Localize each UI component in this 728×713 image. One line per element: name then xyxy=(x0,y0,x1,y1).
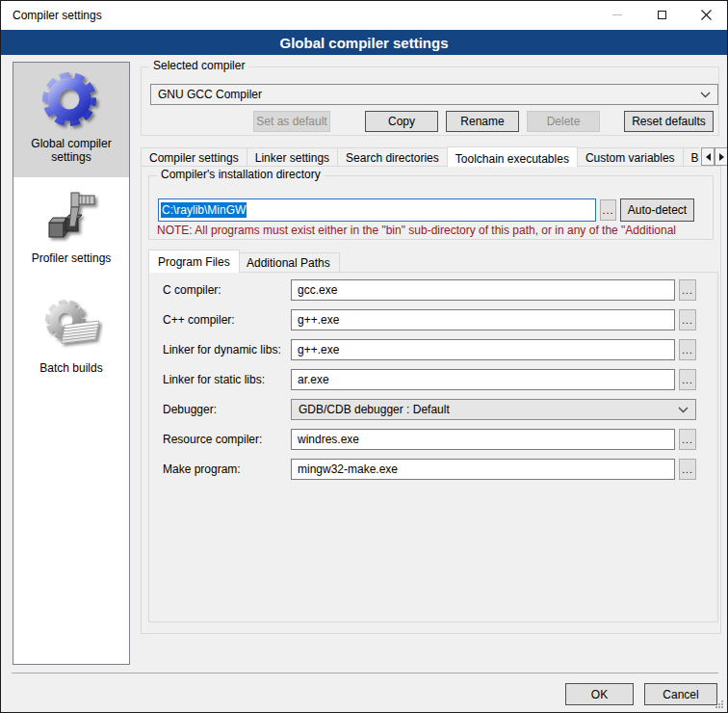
cancel-button[interactable]: Cancel xyxy=(644,683,717,705)
delete-button[interactable]: Delete xyxy=(527,111,600,132)
ellipsis-icon: ... xyxy=(602,204,613,216)
c-compiler-label: C compiler: xyxy=(163,279,291,301)
selected-compiler-group-label: Selected compiler xyxy=(149,59,248,73)
tab-custom-variables[interactable]: Custom variables xyxy=(577,147,684,167)
tab-label: Search directories xyxy=(346,151,439,165)
copy-label: Copy xyxy=(388,115,415,128)
reset-defaults-label: Reset defaults xyxy=(632,115,706,128)
resource-compiler-browse-button[interactable]: ... xyxy=(679,429,696,450)
close-button[interactable] xyxy=(684,1,728,29)
c-compiler-browse-button[interactable]: ... xyxy=(679,279,696,301)
browse-directory-button[interactable]: ... xyxy=(600,199,616,221)
static-linker-label: Linker for static libs: xyxy=(163,369,291,390)
c-compiler-input[interactable] xyxy=(292,280,674,300)
cpp-compiler-input[interactable] xyxy=(292,310,674,330)
program-files-panel: C compiler: ... C++ compiler: ... Linker… xyxy=(148,272,718,622)
compiler-settings-window: Compiler settings Global compiler settin… xyxy=(0,0,728,713)
resize-grip[interactable] xyxy=(715,700,724,709)
ellipsis-icon: ... xyxy=(682,345,692,356)
installation-directory-input[interactable]: C:\raylib\MinGW xyxy=(158,198,596,222)
debugger-dropdown[interactable]: GDB/CDB debugger : Default xyxy=(291,399,696,420)
main-tabstrip: Compiler settings Linker settings Search… xyxy=(141,146,699,167)
left-arrow-icon xyxy=(706,153,711,161)
ellipsis-icon: ... xyxy=(682,285,692,296)
sidebar-item-global-compiler-settings[interactable]: Global compiler settings xyxy=(13,63,129,177)
tab-label: Linker settings xyxy=(255,151,329,165)
tab-compiler-settings[interactable]: Compiler settings xyxy=(141,147,247,167)
right-arrow-icon xyxy=(719,153,724,161)
installation-directory-label: Compiler's installation directory xyxy=(157,168,325,182)
resource-compiler-label: Resource compiler: xyxy=(163,429,291,450)
static-linker-input[interactable] xyxy=(292,370,674,389)
rename-label: Rename xyxy=(460,115,504,128)
batch-builds-icon xyxy=(39,294,103,357)
tab-scroll-left-button[interactable] xyxy=(701,147,715,166)
dialog-header-title: Global compiler settings xyxy=(279,35,448,51)
maximize-button[interactable] xyxy=(639,1,684,29)
tab-toolchain-executables[interactable]: Toolchain executables xyxy=(447,146,578,167)
tab-search-directories[interactable]: Search directories xyxy=(337,147,448,167)
ellipsis-icon: ... xyxy=(682,435,692,445)
debugger-value: GDB/CDB debugger : Default xyxy=(299,403,678,416)
tab-linker-settings[interactable]: Linker settings xyxy=(247,147,338,167)
window-title: Compiler settings xyxy=(1,9,102,22)
debugger-label: Debugger: xyxy=(163,399,291,420)
delete-label: Delete xyxy=(547,115,581,128)
cancel-label: Cancel xyxy=(663,688,698,701)
ellipsis-icon: ... xyxy=(682,464,692,475)
sidebar-item-batch-builds[interactable]: Batch builds xyxy=(13,287,129,399)
copy-button[interactable]: Copy xyxy=(365,111,438,132)
dialog-header: Global compiler settings xyxy=(1,30,727,55)
cpp-compiler-browse-button[interactable]: ... xyxy=(679,309,696,330)
bin-subdirectory-note: NOTE: All programs must exist either in … xyxy=(157,224,713,237)
static-linker-browse-button[interactable]: ... xyxy=(679,369,696,390)
minimize-button[interactable] xyxy=(595,1,639,29)
tab-label: Custom variables xyxy=(585,151,675,165)
dynamic-linker-label: Linker for dynamic libs: xyxy=(163,339,291,360)
tab-label: Toolchain executables xyxy=(455,152,569,166)
sidebar-item-label: Batch builds xyxy=(36,357,106,384)
reset-defaults-button[interactable]: Reset defaults xyxy=(624,111,714,132)
maximize-icon xyxy=(658,11,666,19)
make-program-label: Make program: xyxy=(163,459,291,480)
selected-compiler-dropdown[interactable]: GNU GCC Compiler xyxy=(150,84,718,105)
resource-compiler-input[interactable] xyxy=(292,430,674,449)
footer-separator xyxy=(12,673,718,673)
subtab-program-files[interactable]: Program Files xyxy=(148,250,240,273)
tab-label: Build options xyxy=(691,151,699,165)
set-as-default-label: Set as default xyxy=(256,115,326,128)
sidebar-item-label: Profiler settings xyxy=(28,248,116,275)
tab-build-options[interactable]: Build options xyxy=(683,147,699,167)
subtab-additional-paths[interactable]: Additional Paths xyxy=(237,252,340,272)
make-program-input[interactable] xyxy=(292,460,674,479)
subtab-label: Program Files xyxy=(158,255,230,269)
chevron-down-icon xyxy=(678,407,689,413)
ellipsis-icon: ... xyxy=(682,315,692,326)
caliper-icon xyxy=(39,184,103,248)
tab-label: Compiler settings xyxy=(149,151,239,165)
settings-category-list: Global compiler settings Profil xyxy=(13,62,130,665)
close-icon xyxy=(701,10,712,20)
auto-detect-button[interactable]: Auto-detect xyxy=(620,198,694,222)
gear-icon xyxy=(39,69,103,133)
tab-scroll-right-button[interactable] xyxy=(715,147,728,166)
set-as-default-button[interactable]: Set as default xyxy=(253,111,330,132)
subtab-label: Additional Paths xyxy=(247,256,330,270)
auto-detect-label: Auto-detect xyxy=(628,203,687,217)
dynamic-linker-input[interactable] xyxy=(292,340,674,359)
rename-button[interactable]: Rename xyxy=(446,111,519,132)
selected-compiler-value: GNU GCC Compiler xyxy=(158,88,700,101)
cpp-compiler-label: C++ compiler: xyxy=(163,309,291,330)
sidebar-item-label: Global compiler settings xyxy=(13,133,129,173)
dynamic-linker-browse-button[interactable]: ... xyxy=(679,339,696,360)
chevron-down-icon xyxy=(700,92,711,98)
sidebar-item-profiler-settings[interactable]: Profiler settings xyxy=(13,177,129,287)
minimize-icon xyxy=(612,14,622,15)
ok-label: OK xyxy=(591,688,608,701)
ok-button[interactable]: OK xyxy=(565,683,634,705)
make-program-browse-button[interactable]: ... xyxy=(679,459,696,480)
ellipsis-icon: ... xyxy=(682,375,692,385)
installation-directory-value: C:\raylib\MinGW xyxy=(161,202,247,218)
